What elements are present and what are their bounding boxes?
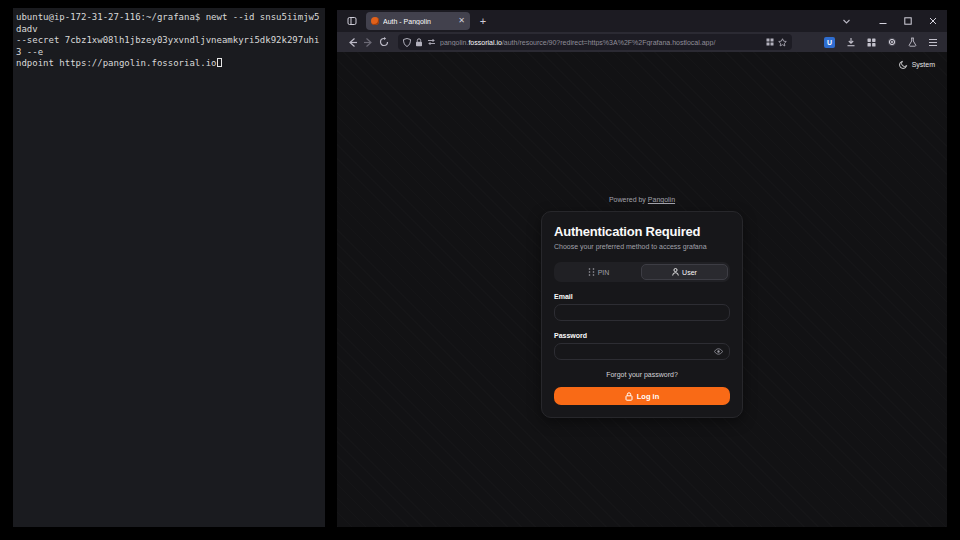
ublock-extension-icon[interactable]: U xyxy=(824,37,835,48)
close-window-icon[interactable] xyxy=(929,17,937,25)
terminal-cursor xyxy=(217,58,222,67)
user-icon xyxy=(672,268,679,276)
list-all-tabs-icon[interactable] xyxy=(842,17,851,26)
password-label: Password xyxy=(554,332,730,339)
auth-card: Authentication Required Choose your pref… xyxy=(541,211,743,418)
terminal-line: ndpoint https://pangolin.fossorial.io xyxy=(16,58,216,68)
tab-title: Auth - Pangolin xyxy=(383,18,454,25)
login-button[interactable]: Log in xyxy=(554,387,730,405)
moon-icon xyxy=(899,60,908,69)
url-text: pangolin.fossorial.io/auth/resource/90?r… xyxy=(440,39,762,46)
reload-icon[interactable] xyxy=(376,34,392,50)
menu-hamburger-icon[interactable] xyxy=(928,38,938,47)
card-title: Authentication Required xyxy=(554,224,730,239)
keypad-icon xyxy=(588,268,595,276)
navigation-toolbar: pangolin.fossorial.io/auth/resource/90?r… xyxy=(337,32,947,52)
auth-method-tabs: PIN User xyxy=(554,262,730,282)
permissions-grid-icon[interactable] xyxy=(766,38,774,46)
downloads-icon[interactable] xyxy=(846,37,856,47)
show-password-eye-icon[interactable] xyxy=(714,348,723,355)
toolbar-extensions: U xyxy=(824,37,938,48)
back-icon[interactable] xyxy=(344,34,360,50)
forward-icon[interactable] xyxy=(360,34,376,50)
theme-label: System xyxy=(912,61,935,68)
tracking-protection-shield-icon[interactable] xyxy=(403,38,411,47)
tab-user[interactable]: User xyxy=(641,264,728,280)
url-bar[interactable]: pangolin.fossorial.io/auth/resource/90?r… xyxy=(398,34,792,50)
extensions-icon[interactable] xyxy=(867,38,876,47)
page-content: System Powered by Pangolin Authenticatio… xyxy=(337,52,947,527)
auth-container: Powered by Pangolin Authentication Requi… xyxy=(541,196,743,418)
lock-icon[interactable] xyxy=(415,38,423,47)
flask-icon[interactable] xyxy=(908,37,917,47)
email-field[interactable] xyxy=(561,309,723,316)
terminal-line: --secret 7cbz1xw08lh1jbzey03yxvndljvneam… xyxy=(16,35,319,57)
tab-user-label: User xyxy=(682,269,697,276)
email-field-wrap xyxy=(554,304,730,321)
card-subtitle: Choose your preferred method to access g… xyxy=(554,243,730,250)
tab-pin[interactable]: PIN xyxy=(556,264,641,280)
login-button-label: Log in xyxy=(637,392,660,401)
window-controls xyxy=(879,17,937,25)
terminal-window[interactable]: ubuntu@ip-172-31-27-116:~/grafana$ newt … xyxy=(13,8,325,527)
terminal-output: ubuntu@ip-172-31-27-116:~/grafana$ newt … xyxy=(16,12,323,70)
login-lock-icon xyxy=(625,392,633,401)
email-label: Email xyxy=(554,293,730,300)
firefox-view-icon[interactable] xyxy=(342,12,362,30)
tab-bar: Auth - Pangolin ✕ + xyxy=(337,10,947,32)
password-field-wrap xyxy=(554,343,730,360)
forgot-password-link[interactable]: Forgot your password? xyxy=(554,371,730,378)
circle-extension-icon[interactable] xyxy=(887,37,897,47)
tab-close-icon[interactable]: ✕ xyxy=(458,17,465,25)
bookmark-star-icon[interactable] xyxy=(778,38,787,47)
password-field[interactable] xyxy=(561,348,714,355)
terminal-line: ubuntu@ip-172-31-27-116:~/grafana$ newt … xyxy=(16,12,319,34)
theme-toggle-button[interactable]: System xyxy=(899,60,935,69)
new-tab-button[interactable]: + xyxy=(474,12,492,30)
maximize-icon[interactable] xyxy=(904,17,912,25)
tab-pin-label: PIN xyxy=(598,269,610,276)
minimize-icon[interactable] xyxy=(879,17,887,25)
pangolin-link[interactable]: Pangolin xyxy=(648,196,675,203)
tab-auth-pangolin[interactable]: Auth - Pangolin ✕ xyxy=(366,12,470,30)
pangolin-favicon xyxy=(371,17,379,25)
powered-by: Powered by Pangolin xyxy=(541,196,743,203)
browser-window: Auth - Pangolin ✕ + xyxy=(337,10,947,527)
swap-arrows-icon[interactable] xyxy=(427,38,436,46)
